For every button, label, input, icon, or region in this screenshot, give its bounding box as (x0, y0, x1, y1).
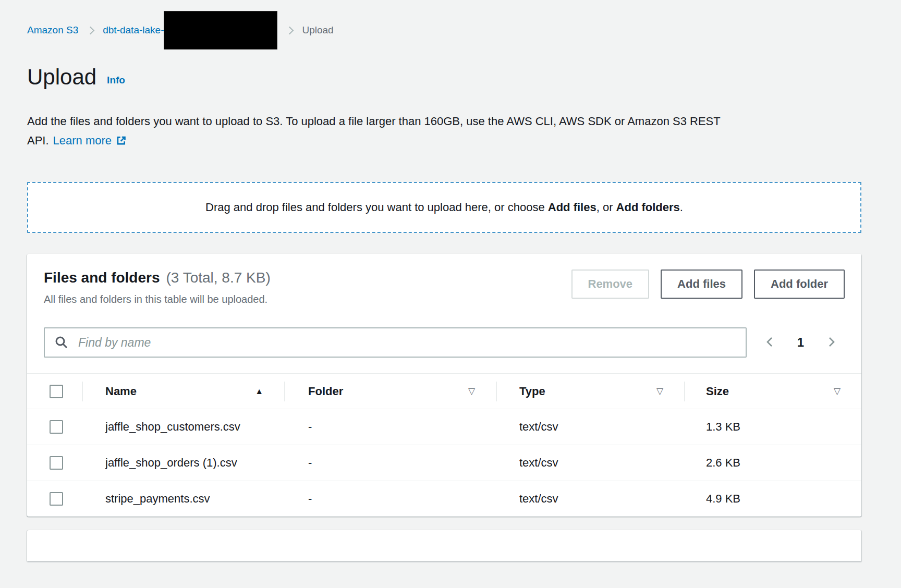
cell-size: 4.9 KB (684, 481, 861, 517)
panel-header-text: Files and folders (3 Total, 8.7 KB) All … (44, 270, 271, 305)
info-link[interactable]: Info (107, 75, 125, 86)
column-header-folder[interactable]: Folder ▽ (284, 374, 496, 409)
add-files-button[interactable]: Add files (661, 270, 742, 299)
add-folder-button[interactable]: Add folder (754, 270, 845, 299)
table-row: jaffle_shop_orders (1).csv - text/csv 2.… (27, 445, 861, 481)
table-header-row: Name ▲ Folder ▽ Type ▽ Size ▽ (27, 374, 861, 409)
breadcrumb-bucket-label[interactable]: dbt-data-lake- (103, 24, 164, 36)
cell-size: 2.6 KB (684, 445, 861, 481)
upload-page: Amazon S3 dbt-data-lake- Upload Upload I… (27, 10, 861, 561)
cell-size: 1.3 KB (684, 409, 861, 445)
page-title: Upload (27, 65, 96, 90)
sortable-icon[interactable]: ▽ (468, 386, 475, 397)
cell-folder: - (284, 409, 496, 445)
drag-drop-zone[interactable]: Drag and drop files and folders you want… (27, 182, 861, 233)
cell-name: jaffle_shop_orders (1).csv (82, 445, 284, 481)
page-description: Add the files and folders you want to up… (27, 112, 784, 152)
description-text: Add the files and folders you want to up… (27, 115, 720, 147)
cell-type: text/csv (496, 445, 684, 481)
chevron-right-icon (825, 336, 837, 350)
sortable-icon[interactable]: ▽ (656, 386, 663, 397)
column-header-size[interactable]: Size ▽ (684, 374, 861, 409)
redaction-box (164, 11, 277, 50)
sortable-icon[interactable]: ▽ (834, 386, 841, 397)
search-box (44, 327, 747, 358)
search-input[interactable] (44, 327, 747, 358)
learn-more-link[interactable]: Learn more (53, 134, 127, 147)
table-row: stripe_payments.csv - text/csv 4.9 KB (27, 481, 861, 517)
panel-subtitle: All files and folders in this table will… (44, 293, 271, 305)
row-checkbox[interactable] (50, 492, 63, 506)
page-title-row: Upload Info (27, 65, 861, 90)
chevron-right-icon (87, 26, 95, 34)
cell-name: stripe_payments.csv (82, 481, 284, 517)
row-checkbox-cell (27, 456, 82, 470)
row-checkbox-cell (27, 492, 82, 506)
dropzone-add-files-text: Add files (548, 201, 596, 214)
chevron-right-icon (286, 26, 294, 34)
next-page-button[interactable] (825, 336, 837, 350)
breadcrumb: Amazon S3 dbt-data-lake- Upload (27, 10, 861, 50)
panel-actions: Remove Add files Add folder (571, 270, 845, 299)
cell-folder: - (284, 481, 496, 517)
cell-type: text/csv (496, 409, 684, 445)
next-panel-partial (27, 530, 861, 561)
remove-button[interactable]: Remove (571, 270, 650, 299)
dropzone-message: Drag and drop files and folders you want… (205, 201, 683, 214)
panel-header: Files and folders (3 Total, 8.7 KB) All … (27, 270, 861, 305)
table-row: jaffle_shop_customers.csv - text/csv 1.3… (27, 409, 861, 445)
breadcrumb-amazon-s3-link[interactable]: Amazon S3 (27, 24, 78, 36)
row-checkbox-cell (27, 420, 82, 434)
dropzone-add-folders-text: Add folders (616, 201, 680, 214)
files-and-folders-panel: Files and folders (3 Total, 8.7 KB) All … (27, 254, 861, 517)
table-header-checkbox-cell (27, 385, 82, 398)
cell-type: text/csv (496, 481, 684, 517)
search-row: 1 (27, 327, 861, 358)
cell-name: jaffle_shop_customers.csv (82, 409, 284, 445)
external-link-icon (116, 132, 127, 152)
chevron-left-icon (764, 336, 776, 350)
column-header-type[interactable]: Type ▽ (496, 374, 684, 409)
files-table: Name ▲ Folder ▽ Type ▽ Size ▽ jaffl (27, 373, 861, 517)
panel-summary-count: (3 Total, 8.7 KB) (166, 270, 271, 286)
column-header-name[interactable]: Name ▲ (82, 374, 284, 409)
breadcrumb-current: Upload (302, 24, 333, 36)
row-checkbox[interactable] (50, 456, 63, 470)
select-all-checkbox[interactable] (50, 385, 63, 398)
sort-ascending-icon[interactable]: ▲ (255, 387, 263, 396)
page-number-button[interactable]: 1 (794, 335, 807, 350)
row-checkbox[interactable] (50, 420, 63, 434)
breadcrumb-bucket-link[interactable]: dbt-data-lake- (103, 11, 277, 50)
cell-folder: - (284, 445, 496, 481)
previous-page-button[interactable] (764, 336, 776, 350)
pagination: 1 (764, 335, 845, 350)
panel-title: Files and folders (44, 270, 160, 286)
